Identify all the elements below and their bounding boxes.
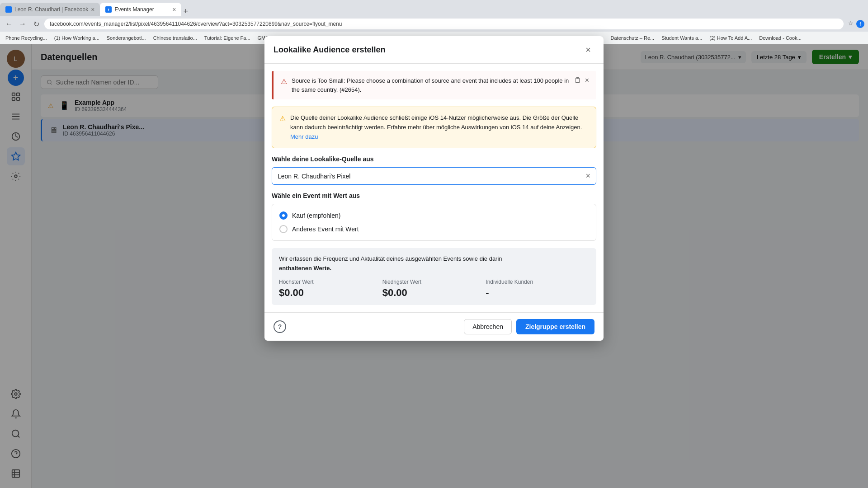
info-box: Wir erfassen die Frequenz und Aktualität…: [272, 248, 596, 305]
source-input-field[interactable]: Leon R. Chaudhari's Pixel ×: [272, 167, 596, 185]
modal-close-button[interactable]: ×: [582, 43, 594, 56]
tab-close-events-manager[interactable]: ×: [172, 6, 176, 13]
modal-title: Lookalike Audience erstellen: [274, 45, 385, 55]
event-section-label: Wähle ein Event mit Wert aus: [272, 192, 596, 199]
bookmark-tutorial[interactable]: Tutorial: Eigene Fa...: [203, 34, 252, 42]
tab-close-facebook[interactable]: ×: [91, 6, 94, 13]
warning-triangle-icon: ⚠: [279, 114, 286, 123]
event-section: Wähle ein Event mit Wert aus Kauf (empfo…: [264, 192, 604, 248]
info-text: Wir erfassen die Frequenz und Aktualität…: [279, 254, 589, 273]
source-clear-button[interactable]: ×: [585, 171, 590, 181]
source-section-label: Wähle deine Lookalike-Quelle aus: [272, 155, 596, 163]
source-section: Wähle deine Lookalike-Quelle aus Leon R.…: [264, 155, 604, 192]
event-options-box: Kauf (empfohlen) Anderes Event mit Wert: [272, 204, 596, 241]
bookmark-star-icon[interactable]: ☆: [848, 20, 854, 28]
bookmark-how-add[interactable]: (2) How To Add A...: [708, 34, 754, 42]
stat-individuelle-value: -: [486, 287, 589, 299]
warning-mehr-dazu-link[interactable]: Mehr dazu: [290, 133, 318, 140]
stats-row: Höchster Wert $0.00 Niedrigster Wert $0.…: [279, 279, 589, 299]
bookmark-chinese[interactable]: Chinese translatio...: [151, 34, 199, 42]
error-banner: ⚠ Source is Too Small: Please choose a c…: [272, 71, 596, 99]
browser-tab-facebook[interactable]: Leon R. Chaudhari | Facebook ×: [0, 3, 100, 16]
events-manager-favicon: f: [105, 6, 112, 13]
stat-niedrigster-label: Niedrigster Wert: [382, 279, 486, 285]
help-icon-button[interactable]: ?: [274, 320, 286, 333]
error-actions: 🗒 ×: [574, 76, 589, 84]
stat-hoechster-wert: Höchster Wert $0.00: [279, 279, 382, 299]
bookmark-datenschutz[interactable]: Datenschutz – Re...: [609, 34, 656, 42]
stat-hoechster-label: Höchster Wert: [279, 279, 382, 285]
facebook-favicon: [5, 6, 12, 13]
modal-body: ⚠ Source is Too Small: Please choose a c…: [264, 71, 604, 305]
bookmark-how-working[interactable]: (1) How Working a...: [52, 34, 101, 42]
footer-buttons: Abbrechen Zielgruppe erstellen: [464, 319, 594, 334]
stat-niedrigster-wert: Niedrigster Wert $0.00: [382, 279, 486, 299]
bookmark-sonderangebotl[interactable]: Sonderangebotl...: [105, 34, 148, 42]
modal-header: Lookalike Audience erstellen ×: [264, 36, 604, 64]
new-tab-button[interactable]: +: [183, 7, 188, 16]
bookmark-phone-recycling[interactable]: Phone Recycling...: [4, 34, 49, 42]
radio-kauf-label: Kauf (empfohlen): [292, 212, 340, 219]
submit-button[interactable]: Zielgruppe erstellen: [516, 319, 594, 334]
back-button[interactable]: ←: [4, 20, 14, 28]
address-bar-input[interactable]: [44, 19, 844, 29]
refresh-button[interactable]: ↻: [31, 20, 42, 28]
radio-option-anderes[interactable]: Anderes Event mit Wert: [279, 225, 589, 233]
tab-label-facebook: Leon R. Chaudhari | Facebook: [14, 6, 88, 13]
error-close-button[interactable]: ×: [585, 76, 589, 84]
stat-individuelle-kunden: Individuelle Kunden -: [486, 279, 589, 299]
radio-option-kauf[interactable]: Kauf (empfohlen): [279, 211, 589, 220]
error-text: Source is Too Small: Please choose a com…: [292, 76, 570, 94]
forward-button[interactable]: →: [17, 20, 28, 28]
lookalike-audience-modal: Lookalike Audience erstellen × ⚠ Source …: [264, 36, 604, 341]
error-info-button[interactable]: 🗒: [574, 76, 581, 84]
error-triangle-icon: ⚠: [281, 77, 287, 86]
browser-tab-events-manager[interactable]: f Events Manager ×: [100, 3, 181, 16]
svg-text:f: f: [108, 8, 109, 12]
radio-anderes-circle: [279, 225, 288, 233]
cancel-button[interactable]: Abbrechen: [464, 319, 512, 334]
warning-banner: ⚠ Die Quelle deiner Lookalike Audience s…: [272, 107, 596, 148]
radio-anderes-label: Anderes Event mit Wert: [292, 225, 359, 233]
bookmark-download[interactable]: Download - Cook...: [757, 34, 803, 42]
modal-footer: ? Abbrechen Zielgruppe erstellen: [264, 312, 604, 341]
stat-individuelle-label: Individuelle Kunden: [486, 279, 589, 285]
profile-icon[interactable]: f: [856, 20, 864, 28]
bookmark-student[interactable]: Student Wants a...: [660, 34, 704, 42]
stat-niedrigster-value: $0.00: [382, 287, 486, 299]
source-selected-value: Leon R. Chaudhari's Pixel: [278, 173, 585, 180]
stat-hoechster-value: $0.00: [279, 287, 382, 299]
tab-label-events-manager: Events Manager: [114, 6, 170, 13]
warning-text: Die Quelle deiner Lookalike Audience sch…: [290, 113, 589, 141]
radio-kauf-circle: [279, 211, 288, 220]
